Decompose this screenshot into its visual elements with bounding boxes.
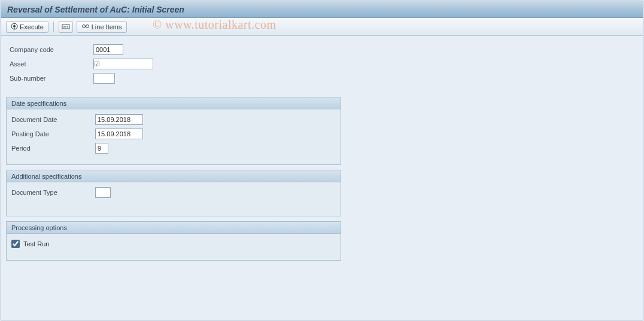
execute-icon [11, 23, 18, 31]
company-code-label: Company code [10, 46, 93, 53]
period-label: Period [11, 145, 95, 152]
date-specifications-group: Date specifications Document Date Postin… [6, 97, 341, 165]
additional-specifications-header: Additional specifications [7, 170, 341, 182]
posting-date-input[interactable] [95, 129, 143, 139]
date-specifications-header: Date specifications [7, 97, 341, 109]
glasses-icon [81, 23, 90, 30]
document-type-input[interactable] [95, 187, 111, 198]
execute-button[interactable]: Execute [6, 21, 48, 33]
asset-label: Asset [10, 60, 93, 68]
test-run-checkbox[interactable] [11, 240, 20, 248]
svg-point-9 [86, 25, 89, 27]
document-date-input[interactable] [95, 114, 143, 125]
document-type-label: Document Type [11, 189, 95, 196]
line-items-button[interactable]: Line Items [77, 21, 127, 33]
svg-point-8 [82, 25, 85, 27]
svg-point-1 [13, 25, 16, 27]
processing-options-group: Processing options Test Run [6, 221, 341, 261]
subnumber-label: Sub-number [10, 75, 93, 82]
test-run-label: Test Run [23, 240, 49, 247]
config-button[interactable] [59, 21, 73, 33]
config-icon [62, 23, 70, 31]
execute-label: Execute [20, 23, 44, 30]
svg-point-7 [67, 26, 68, 27]
asset-input[interactable] [100, 59, 185, 69]
period-input[interactable] [95, 143, 108, 154]
page-title: Reversal of Settlement of AuC: Initial S… [7, 5, 184, 14]
required-icon: ☑ [94, 60, 100, 68]
toolbar-separator [53, 22, 54, 32]
svg-point-6 [65, 26, 66, 27]
asset-input-wrap[interactable]: ☑ [93, 59, 153, 69]
toolbar: Execute Line Items [1, 18, 643, 36]
title-bar: Reversal of Settlement of AuC: Initial S… [1, 1, 643, 18]
processing-options-header: Processing options [7, 222, 341, 234]
company-code-input[interactable] [93, 44, 123, 55]
document-date-label: Document Date [11, 116, 95, 123]
subnumber-input[interactable] [93, 73, 115, 84]
posting-date-label: Posting Date [11, 130, 95, 137]
line-items-label: Line Items [92, 23, 122, 30]
basic-fields: Company code Asset ☑ Sub-number [6, 41, 638, 92]
svg-point-5 [63, 26, 65, 27]
additional-specifications-group: Additional specifications Document Type [6, 170, 341, 216]
